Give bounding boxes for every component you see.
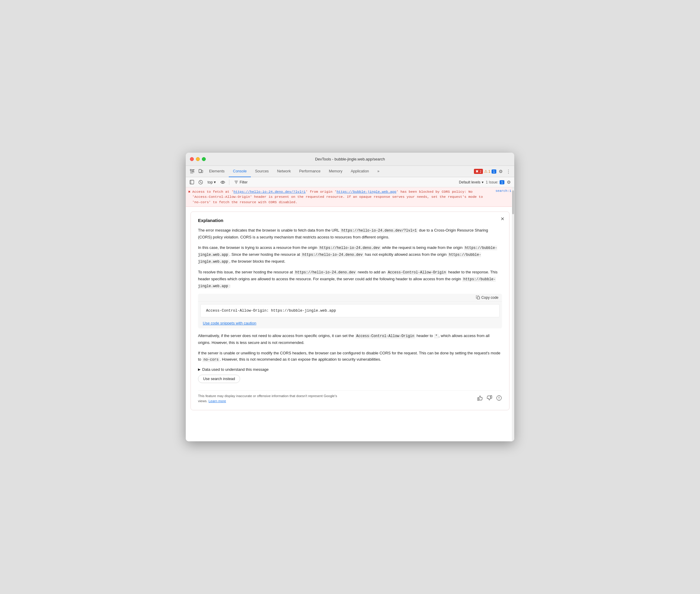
- use-search-instead-button[interactable]: Use search instead: [198, 375, 240, 383]
- svg-rect-4: [190, 172, 195, 172]
- svg-rect-9: [190, 180, 194, 184]
- thumbs-down-button[interactable]: [487, 395, 492, 402]
- log-levels-select[interactable]: Default levels ▾: [458, 179, 485, 185]
- chevron-down-icon: ▾: [482, 180, 484, 184]
- svg-rect-2: [192, 171, 194, 171]
- tab-sources[interactable]: Sources: [251, 166, 273, 177]
- tab-network[interactable]: Network: [273, 166, 295, 177]
- tab-application[interactable]: Application: [346, 166, 373, 177]
- tab-console[interactable]: Console: [229, 166, 251, 177]
- code-block-container: Copy code Access-Control-Allow-Origin: h…: [198, 294, 502, 328]
- arrow-right-icon: ▶: [198, 367, 200, 371]
- disclaimer-text: This feature may display inaccurate or o…: [198, 394, 347, 404]
- code-block-toolbar: Copy code: [198, 294, 502, 302]
- svg-rect-15: [478, 398, 479, 400]
- context-selector[interactable]: top ▾: [206, 179, 218, 185]
- settings-button[interactable]: ⚙: [497, 168, 504, 175]
- close-button[interactable]: [190, 157, 194, 161]
- devtools-tabs: Elements Console Sources Network Perform…: [186, 166, 514, 177]
- error-source-link[interactable]: search:1: [489, 189, 511, 193]
- code-snippet: Access-Control-Allow-Origin: https://bub…: [200, 304, 500, 317]
- device-toolbar-button[interactable]: [197, 168, 205, 175]
- explanation-para4: Alternatively, if the server does not ne…: [198, 333, 502, 346]
- explanation-para3: To resolve this issue, the server hostin…: [198, 269, 502, 289]
- issues-count: 1 Issue: 1: [486, 180, 504, 184]
- copy-code-button[interactable]: Copy code: [476, 296, 498, 300]
- more-options-button[interactable]: ⋮: [505, 168, 512, 175]
- data-used-toggle[interactable]: ▶ Data used to understand this message: [198, 367, 502, 372]
- chevron-down-icon: ▾: [214, 180, 216, 184]
- window-title: DevTools - bubble-jingle.web.app/search: [315, 157, 385, 161]
- console-settings-button[interactable]: ⚙: [505, 178, 512, 186]
- error-url1[interactable]: https://hello-io-24.deno.dev/?lvl=1: [234, 190, 306, 194]
- explanation-para2: In this case, the browser is trying to a…: [198, 244, 502, 265]
- caution-link[interactable]: Use code snippets with caution: [203, 321, 256, 325]
- tab-elements[interactable]: Elements: [205, 166, 229, 177]
- scrollbar-thumb[interactable]: [512, 190, 514, 214]
- error-row: ✖ Access to fetch at 'https://hello-io-2…: [186, 187, 514, 207]
- svg-rect-3: [190, 171, 195, 171]
- error-url2[interactable]: https://bubble-jingle.web.app: [337, 190, 396, 194]
- tab-more[interactable]: »: [373, 166, 384, 177]
- svg-rect-0: [190, 169, 191, 171]
- issue-badge[interactable]: 1: [492, 169, 496, 174]
- warning-badge[interactable]: ⚠ 1: [484, 169, 490, 174]
- svg-rect-8: [202, 170, 203, 173]
- eye-button[interactable]: [219, 179, 227, 186]
- disclaimer-row: This feature may display inaccurate or o…: [198, 390, 502, 404]
- titlebar: DevTools - bubble-jingle.web.app/search: [186, 153, 514, 166]
- clear-console-button[interactable]: [197, 179, 205, 186]
- maximize-button[interactable]: [202, 157, 206, 161]
- console-toolbar: top ▾ Filter Default levels ▾ 1 Issue: 1…: [186, 177, 514, 187]
- tab-performance[interactable]: Performance: [295, 166, 325, 177]
- scrollbar-track[interactable]: [512, 187, 514, 441]
- filter-button[interactable]: Filter: [232, 179, 250, 185]
- svg-rect-14: [477, 297, 480, 299]
- toggle-sidebar-button[interactable]: [188, 179, 196, 185]
- tab-memory[interactable]: Memory: [325, 166, 346, 177]
- badge-group: ✖ 2 ⚠ 1 1 ⚙ ⋮: [474, 168, 512, 175]
- thumbs-up-button[interactable]: [477, 395, 483, 402]
- learn-more-link[interactable]: Learn more: [208, 399, 226, 403]
- svg-rect-1: [192, 169, 195, 170]
- explanation-para5: If the server is unable or unwilling to …: [198, 350, 502, 363]
- explanation-panel: Explanation ✕ The error message indicate…: [190, 211, 510, 410]
- close-explanation-button[interactable]: ✕: [500, 216, 504, 222]
- feedback-buttons: [477, 395, 502, 402]
- error-badge[interactable]: ✖ 2: [474, 169, 483, 174]
- svg-rect-7: [200, 172, 200, 172]
- traffic-lights: [190, 157, 206, 161]
- minimize-button[interactable]: [196, 157, 200, 161]
- svg-rect-5: [190, 173, 193, 173]
- svg-line-12: [200, 182, 202, 183]
- error-icon: ✖: [188, 190, 190, 194]
- explanation-para1: The error message indicates that the bro…: [198, 227, 502, 240]
- console-content: ✖ Access to fetch at 'https://hello-io-2…: [186, 187, 514, 441]
- explanation-title: Explanation: [198, 218, 502, 223]
- svg-point-19: [499, 399, 499, 399]
- inspect-element-button[interactable]: [188, 168, 197, 175]
- error-message: Access to fetch at 'https://hello-io-24.…: [192, 189, 488, 205]
- svg-point-13: [222, 182, 223, 183]
- report-button[interactable]: [496, 395, 502, 402]
- svg-rect-16: [491, 396, 492, 398]
